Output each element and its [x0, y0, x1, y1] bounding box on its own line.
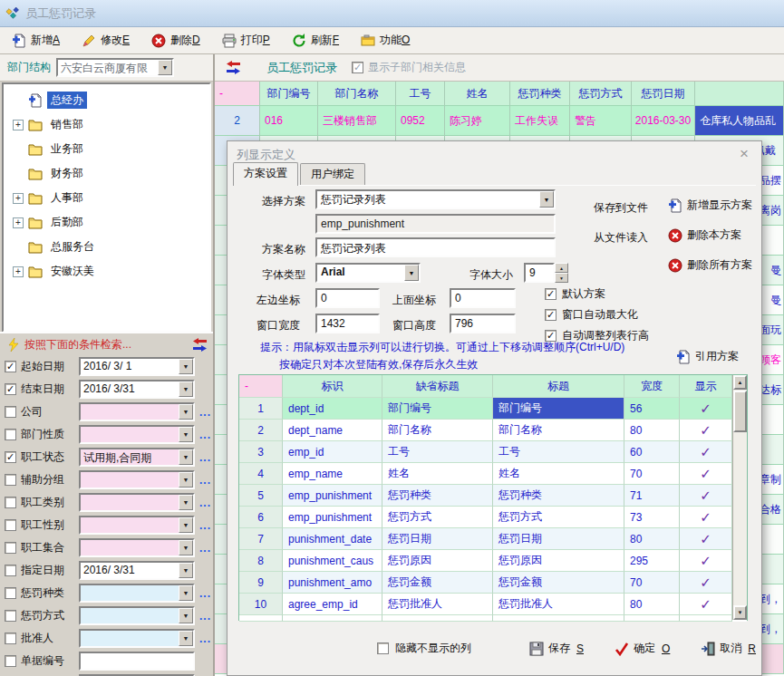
dialog-data-cell[interactable]: 295: [624, 550, 680, 572]
filter-checkbox-0[interactable]: ✓: [5, 361, 16, 372]
row-number-cell[interactable]: 6: [239, 507, 283, 528]
swap-arrows-icon[interactable]: [226, 61, 241, 74]
dialog-data-cell[interactable]: emp_name: [283, 463, 382, 485]
dialog-data-cell[interactable]: 80: [624, 420, 680, 441]
font-size-value[interactable]: 9: [524, 263, 555, 283]
chevron-down-icon[interactable]: ▼: [179, 427, 193, 442]
tab-0[interactable]: 方案设置: [233, 162, 298, 186]
reason-cell[interactable]: 仓库私人物品乱: [695, 106, 784, 136]
chevron-down-icon[interactable]: ▼: [179, 563, 193, 578]
dialog-data-cell[interactable]: 部门编号: [382, 398, 493, 420]
dialog-option-checkbox-1[interactable]: ✓: [545, 309, 557, 321]
read-from-file-button[interactable]: 从文件读入: [594, 230, 648, 246]
tree-item-0[interactable]: 总经办: [4, 88, 209, 112]
company-select[interactable]: 六安白云商厦有限 ▼: [56, 58, 174, 77]
dialog-data-cell[interactable]: 工号: [382, 441, 493, 463]
ref-scheme-button[interactable]: 引用方案: [676, 349, 739, 364]
dialog-data-cell[interactable]: 部门名称: [382, 420, 493, 441]
show-check-cell[interactable]: ✓: [680, 507, 732, 528]
dialog-data-cell[interactable]: 姓名: [493, 463, 624, 485]
filter-input-13[interactable]: [79, 652, 195, 671]
dialog-table-row-5[interactable]: 5emp_punishment惩罚种类惩罚种类71✓: [239, 485, 747, 507]
chevron-down-icon[interactable]: ▼: [179, 540, 193, 555]
close-icon[interactable]: ×: [740, 145, 749, 163]
scroll-down-icon[interactable]: ▼: [733, 605, 747, 620]
row-number-cell[interactable]: 5: [239, 485, 283, 507]
dialog-table-row-6[interactable]: 6emp_punishment惩罚方式惩罚方式73✓: [239, 507, 747, 528]
chevron-down-icon[interactable]: ▼: [179, 381, 193, 397]
data-cell[interactable]: 工作失误: [510, 106, 570, 136]
filter-combo-10[interactable]: ▼: [79, 584, 195, 603]
tree-item-3[interactable]: 财务部: [4, 161, 209, 186]
save-button[interactable]: 保存S: [524, 638, 589, 659]
data-cell[interactable]: 陈习婷: [445, 106, 510, 136]
more-button-3[interactable]: ...: [199, 429, 211, 441]
dialog-data-cell[interactable]: emp_punishment: [283, 507, 382, 528]
dialog-table-row-1[interactable]: 1dept_id部门编号部门编号56✓: [239, 398, 747, 420]
dialog-data-cell[interactable]: 80: [624, 594, 680, 615]
dialog-data-cell[interactable]: punishment_caus: [283, 550, 382, 572]
show-check-cell[interactable]: ✓: [680, 441, 732, 463]
expand-toggle-icon[interactable]: +: [13, 266, 24, 277]
dialog-data-cell[interactable]: 惩罚种类: [382, 485, 493, 507]
filter-combo-8[interactable]: ▼: [79, 538, 195, 557]
scheme-select[interactable]: 惩罚记录列表 ▼: [315, 189, 556, 209]
dialog-table-row-3[interactable]: 3emp_id工号工号60✓: [239, 441, 747, 463]
dialog-data-cell[interactable]: 惩罚日期: [493, 528, 624, 550]
dialog-data-cell[interactable]: 工号: [493, 441, 624, 463]
chevron-down-icon[interactable]: ▼: [179, 404, 193, 420]
dialog-data-cell[interactable]: 惩罚原因: [493, 550, 624, 572]
chevron-down-icon[interactable]: ▼: [179, 631, 193, 646]
filter-combo-9[interactable]: 2016/ 3/31▼: [79, 561, 195, 580]
data-cell[interactable]: 016: [260, 106, 318, 136]
show-check-cell[interactable]: ✓: [680, 463, 732, 485]
more-button-2[interactable]: ...: [199, 406, 211, 419]
dialog-data-cell[interactable]: punishment_amo: [283, 572, 382, 594]
expand-toggle-icon[interactable]: +: [13, 120, 24, 130]
filter-combo-2[interactable]: ▼: [79, 402, 195, 421]
table-scrollbar[interactable]: ▲▼: [732, 375, 747, 620]
dialog-table-row-8[interactable]: 8punishment_caus惩罚原因惩罚原因295✓: [239, 550, 747, 572]
top-coord-field[interactable]: 0: [450, 288, 516, 308]
chevron-down-icon[interactable]: ▼: [179, 449, 193, 465]
left-coord-field[interactable]: 0: [315, 288, 380, 308]
data-cell[interactable]: 0952: [396, 106, 445, 136]
spin-up-icon[interactable]: ▲: [555, 263, 568, 273]
scheme-name-field[interactable]: 惩罚记录列表: [315, 237, 556, 257]
delete-all-schemes-button[interactable]: 删除所有方案: [668, 257, 752, 273]
more-button-12[interactable]: ...: [199, 633, 211, 645]
data-cell[interactable]: 警告: [570, 106, 632, 136]
filter-checkbox-5[interactable]: [5, 474, 16, 486]
hide-columns-checkbox[interactable]: [377, 642, 389, 654]
toolbar-print-button[interactable]: 打印P: [216, 31, 276, 50]
chevron-down-icon[interactable]: ▼: [179, 472, 193, 488]
filter-combo-5[interactable]: ▼: [79, 470, 195, 489]
filter-combo-6[interactable]: ▼: [79, 493, 195, 512]
dialog-data-cell[interactable]: 惩罚批准人: [382, 594, 493, 615]
expand-toggle-icon[interactable]: +: [13, 217, 24, 228]
show-subdept-checkbox[interactable]: ✓: [352, 62, 363, 73]
dialog-data-cell[interactable]: 惩罚日期: [382, 528, 493, 550]
dialog-data-cell[interactable]: emp_id: [283, 441, 382, 463]
dialog-table-row-2[interactable]: 2dept_name部门名称部门名称80✓: [239, 420, 747, 441]
chevron-down-icon[interactable]: ▼: [158, 60, 172, 75]
toolbar-delete-button[interactable]: 删除D: [145, 31, 207, 50]
show-check-cell[interactable]: ✓: [680, 420, 732, 441]
dialog-option-1[interactable]: ✓窗口自动最大化: [545, 307, 638, 323]
row-number-cell[interactable]: 10: [239, 594, 283, 615]
dialog-data-cell[interactable]: dept_id: [283, 398, 382, 420]
show-check-cell[interactable]: ✓: [680, 485, 732, 507]
more-button-10[interactable]: ...: [199, 587, 211, 600]
show-check-cell[interactable]: ✓: [680, 550, 732, 572]
cancel-button[interactable]: 取消R: [695, 638, 761, 659]
row-number-cell[interactable]: 2: [239, 420, 283, 441]
filter-checkbox-4[interactable]: ✓: [5, 451, 16, 463]
dialog-data-cell[interactable]: 惩罚种类: [493, 485, 624, 507]
window-width-field[interactable]: 1432: [315, 314, 380, 333]
dialog-data-cell[interactable]: 70: [624, 572, 680, 594]
tree-item-6[interactable]: 总服务台: [4, 235, 209, 259]
dialog-data-cell[interactable]: 惩罚方式: [493, 507, 624, 528]
scroll-thumb[interactable]: [733, 391, 747, 432]
filter-checkbox-13[interactable]: [5, 655, 16, 667]
dialog-table-row-4[interactable]: 4emp_name姓名姓名70✓: [239, 463, 747, 485]
